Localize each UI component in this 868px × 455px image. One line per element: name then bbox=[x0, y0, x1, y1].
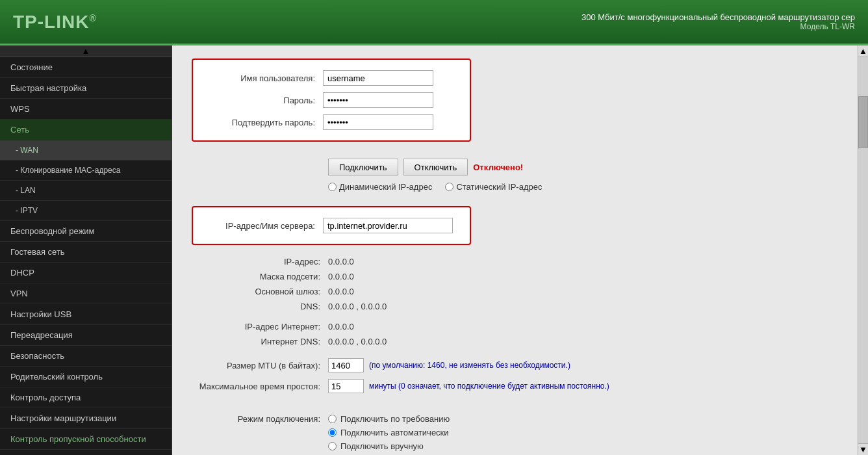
mtu-label: Размер MTU (в байтах): bbox=[192, 361, 328, 370]
sidebar-item-usb[interactable]: Настройки USB bbox=[0, 304, 172, 325]
sidebar-item-lan[interactable]: - LAN bbox=[0, 181, 172, 201]
inet-dns-row: Интернет DNS: 0.0.0.0 , 0.0.0.0 bbox=[192, 337, 838, 346]
inet-ip-label: IP-адрес Интернет: bbox=[192, 322, 328, 332]
mtu-row: Размер MTU (в байтах): (по умолчанию: 14… bbox=[192, 358, 838, 372]
idle-hint: минуты (0 означает, что подключение буде… bbox=[369, 382, 609, 391]
logo: TP-LINK® bbox=[13, 12, 97, 32]
radio-static[interactable]: Статический IP-адрес bbox=[445, 182, 542, 192]
server-label: IP-адрес/Имя сервера: bbox=[206, 221, 323, 231]
sidebar-item-parental[interactable]: Родительский контроль bbox=[0, 367, 172, 387]
inet-ip-row: IP-адрес Интернет: 0.0.0.0 bbox=[192, 322, 838, 332]
sidebar-item-routing[interactable]: Настройки маршрутизации bbox=[0, 408, 172, 429]
scrollbar-thumb[interactable] bbox=[858, 96, 868, 148]
content-area: Имя пользователя: Пароль: Подтвердить па… bbox=[172, 46, 858, 455]
mode-option-manual[interactable]: Подключить вручную bbox=[328, 441, 450, 451]
server-section: IP-адрес/Имя сервера: bbox=[192, 206, 471, 245]
idle-input[interactable] bbox=[328, 379, 364, 393]
inet-dns-value: 0.0.0.0 , 0.0.0.0 bbox=[328, 337, 387, 346]
confirm-row: Подтвердить пароль: bbox=[206, 114, 457, 130]
conn-mode-options: Подключить по требованию Подключить авто… bbox=[328, 414, 450, 451]
mtu-input[interactable] bbox=[328, 358, 364, 372]
disconnect-button[interactable]: Отключить bbox=[403, 159, 468, 176]
sidebar-item-status[interactable]: Состояние bbox=[0, 57, 172, 78]
header: TP-LINK® 300 Мбит/с многофункциональный … bbox=[0, 0, 868, 46]
mode-demand-radio[interactable] bbox=[328, 415, 337, 423]
sidebar-item-forwarding[interactable]: Переадресация bbox=[0, 325, 172, 346]
gateway-value: 0.0.0.0 bbox=[328, 287, 354, 296]
inet-dns-label: Интернет DNS: bbox=[192, 337, 328, 346]
sidebar-item-quicksetup[interactable]: Быстрая настройка bbox=[0, 78, 172, 99]
sidebar-scroll-up[interactable]: ▲ bbox=[0, 46, 172, 57]
network-table: Маска подсети: 0.0.0.0 Основной шлюз: 0.… bbox=[192, 272, 838, 311]
ip-value: 0.0.0.0 bbox=[328, 257, 354, 266]
scrollbar[interactable]: ▲ ▼ bbox=[858, 46, 868, 455]
subnet-value: 0.0.0.0 bbox=[328, 272, 354, 281]
subnet-label: Маска подсети: bbox=[192, 272, 328, 281]
mode-option-auto[interactable]: Подключить автоматически bbox=[328, 428, 450, 437]
sidebar-item-access[interactable]: Контроль доступа bbox=[0, 387, 172, 408]
radio-tabs: Динамический IP-адрес Статический IP-адр… bbox=[328, 182, 838, 192]
server-input[interactable] bbox=[323, 218, 453, 233]
status-label: Отключено! bbox=[473, 162, 523, 172]
sidebar-item-wan[interactable]: - WAN bbox=[0, 140, 172, 161]
mode-manual-radio[interactable] bbox=[328, 442, 337, 450]
subnet-row: Маска подсети: 0.0.0.0 bbox=[192, 272, 838, 281]
conn-mode-label: Режим подключения: bbox=[192, 414, 328, 424]
ip-label: IP-адрес: bbox=[192, 257, 328, 266]
sidebar-item-wps[interactable]: WPS bbox=[0, 99, 172, 120]
ip-row: IP-адрес: 0.0.0.0 bbox=[192, 257, 838, 266]
connect-row: Подключить Отключить Отключено! bbox=[328, 159, 838, 176]
header-title: 300 Мбит/с многофункциональный беспровод… bbox=[581, 12, 855, 31]
gateway-row: Основной шлюз: 0.0.0.0 bbox=[192, 287, 838, 296]
mtu-hint: (по умолчанию: 1460, не изменять без нео… bbox=[369, 361, 570, 370]
dns-label: DNS: bbox=[192, 302, 328, 311]
sidebar-item-bandwidth[interactable]: Контроль пропускной способности bbox=[0, 429, 172, 450]
password-row: Пароль: bbox=[206, 92, 457, 108]
radio-dynamic-input[interactable] bbox=[328, 183, 337, 191]
sidebar-item-vpn[interactable]: VPN bbox=[0, 283, 172, 304]
username-label: Имя пользователя: bbox=[206, 73, 323, 83]
sidebar-item-dhcp[interactable]: DHCP bbox=[0, 263, 172, 283]
password-label: Пароль: bbox=[206, 96, 323, 105]
dns-row: DNS: 0.0.0.0 , 0.0.0.0 bbox=[192, 302, 838, 311]
credentials-section: Имя пользователя: Пароль: Подтвердить па… bbox=[192, 58, 471, 142]
sidebar: ▲ Состояние Быстрая настройка WPS Сеть -… bbox=[0, 46, 172, 455]
mode-auto-radio[interactable] bbox=[328, 428, 337, 437]
radio-dynamic[interactable]: Динамический IP-адрес bbox=[328, 182, 432, 192]
sidebar-item-network[interactable]: Сеть bbox=[0, 120, 172, 140]
sidebar-item-ipmac[interactable]: Привязка IP- и MAC-адресов bbox=[0, 450, 172, 455]
mode-option-demand[interactable]: Подключить по требованию bbox=[328, 414, 450, 424]
connection-mode: Режим подключения: Подключить по требова… bbox=[192, 414, 838, 451]
connect-button[interactable]: Подключить bbox=[328, 159, 398, 176]
idle-label: Максимальное время простоя: bbox=[192, 382, 328, 391]
username-row: Имя пользователя: bbox=[206, 70, 457, 86]
password-input[interactable] bbox=[323, 92, 433, 108]
sidebar-item-security[interactable]: Безопасность bbox=[0, 346, 172, 367]
server-row: IP-адрес/Имя сервера: bbox=[206, 218, 457, 233]
gateway-label: Основной шлюз: bbox=[192, 287, 328, 296]
sidebar-item-wireless[interactable]: Беспроводной режим bbox=[0, 221, 172, 242]
sidebar-item-mac-clone[interactable]: - Клонирование MAC-адреса bbox=[0, 161, 172, 181]
dns-value: 0.0.0.0 , 0.0.0.0 bbox=[328, 302, 387, 311]
sidebar-item-iptv[interactable]: - IPTV bbox=[0, 201, 172, 221]
inet-ip-value: 0.0.0.0 bbox=[328, 322, 354, 332]
confirm-input[interactable] bbox=[323, 114, 433, 130]
idle-row: Максимальное время простоя: минуты (0 оз… bbox=[192, 379, 838, 393]
confirm-label: Подтвердить пароль: bbox=[206, 118, 323, 127]
radio-static-input[interactable] bbox=[445, 183, 453, 191]
username-input[interactable] bbox=[323, 70, 433, 86]
scroll-down-btn[interactable]: ▼ bbox=[858, 443, 868, 455]
sidebar-item-guest[interactable]: Гостевая сеть bbox=[0, 242, 172, 263]
scroll-up-btn[interactable]: ▲ bbox=[858, 46, 868, 57]
